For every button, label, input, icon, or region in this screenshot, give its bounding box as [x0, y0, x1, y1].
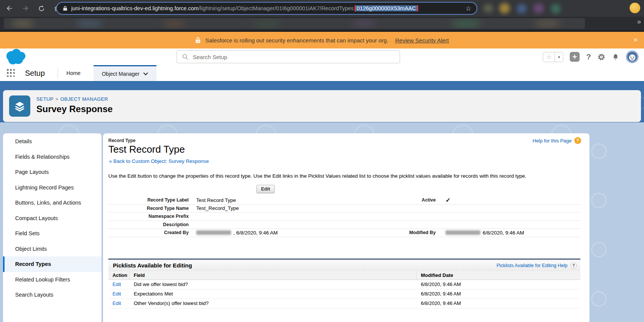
picklists-section: Picklists Available for Editing Picklist…: [108, 258, 580, 308]
help-icon[interactable]: ?: [586, 52, 591, 61]
object-manager-sidebar: Details Fields & Relationships Page Layo…: [3, 133, 102, 322]
tab-home[interactable]: Home: [58, 65, 89, 81]
sidebar-item[interactable]: Field Sets: [3, 226, 102, 241]
help-gray-icon[interactable]: ?: [571, 263, 577, 269]
sidebar-item[interactable]: Record Types: [3, 256, 102, 272]
record-type-title: Test Record Type: [108, 144, 580, 155]
picklists-help-link[interactable]: Picklists Available for Editing Help: [497, 263, 567, 268]
global-header: ☆ ▾ + ?: [0, 48, 644, 65]
edit-button[interactable]: Edit: [256, 185, 275, 193]
banner-close-icon[interactable]: ×: [633, 36, 638, 44]
url-bar[interactable]: juni-integrations-qualtrics-dev-ed.light…: [56, 2, 477, 15]
favorites-dropdown-icon[interactable]: ▾: [555, 52, 563, 62]
sidebar-item[interactable]: Page Layouts: [3, 164, 102, 180]
favorite-star-icon[interactable]: ☆: [543, 52, 555, 62]
picklist-modified-date: 6/8/2020, 9:46 AM: [417, 291, 580, 297]
active-checkmark-icon: ✓: [445, 197, 450, 204]
page-title: Survey Response: [36, 104, 113, 114]
picklist-row: Edit Expectations Met 6/8/2020, 9:46 AM: [108, 289, 580, 299]
picklists-table: Action Field Modified Date Edit Did we o…: [108, 271, 580, 308]
picklist-edit-link[interactable]: Edit: [113, 300, 121, 306]
help-orange-icon[interactable]: ?: [574, 137, 581, 144]
redacted-username: [445, 230, 480, 235]
page-header-card: SETUP>OBJECT MANAGER Survey Response: [3, 90, 641, 122]
picklist-modified-date: 6/8/2020, 9:46 AM: [417, 300, 580, 306]
browser-reload-icon[interactable]: [35, 2, 48, 15]
app-launcher-icon[interactable]: [7, 69, 15, 77]
review-security-alert-link[interactable]: Review Security Alert: [395, 37, 449, 44]
tls-lock-icon: [63, 6, 67, 11]
browser-profile-avatar[interactable]: [630, 3, 640, 13]
app-name: Setup: [25, 69, 45, 78]
sidebar-item[interactable]: Lightning Record Pages: [3, 180, 102, 195]
detail-row: Namespace Prefix: [108, 213, 580, 221]
screen: juni-integrations-qualtrics-dev-ed.light…: [0, 0, 644, 322]
search-input[interactable]: [193, 54, 400, 60]
sidebar-item[interactable]: Buttons, Links, and Actions: [3, 195, 102, 211]
breadcrumb-object-manager-link[interactable]: OBJECT MANAGER: [60, 96, 108, 102]
back-to-object-link[interactable]: « Back to Custom Object: Survey Response: [109, 158, 209, 164]
object-layers-icon: [9, 95, 30, 117]
browser-back-icon[interactable]: [3, 2, 16, 15]
sidebar-item[interactable]: Fields & Relationships: [3, 149, 102, 165]
picklists-table-header: Action Field Modified Date: [108, 271, 580, 280]
sidebar-item[interactable]: Compact Layouts: [3, 211, 102, 226]
detail-row: Record Type Label Test Record Type Activ…: [108, 196, 580, 205]
bookmarks-blurred-strip: [4, 18, 585, 29]
sidebar-item[interactable]: Search Layouts: [3, 287, 102, 303]
salesforce-logo[interactable]: [3, 47, 29, 67]
picklist-field-name: Expectations Met: [130, 291, 417, 297]
browser-forward-icon[interactable]: [19, 2, 32, 15]
chevron-down-icon: [143, 72, 148, 75]
bookmarks-overflow-icon[interactable]: »: [637, 18, 641, 26]
user-avatar[interactable]: [626, 50, 639, 63]
search-setup-box[interactable]: [177, 50, 400, 63]
sidebar-item[interactable]: Details: [3, 134, 102, 149]
tab-object-manager[interactable]: Object Manager: [94, 65, 157, 81]
breadcrumb: SETUP>OBJECT MANAGER: [36, 96, 108, 102]
record-type-detail: Record Type Label Test Record Type Activ…: [108, 196, 580, 237]
picklist-field-name: Other Vendor(s) offer lowest bid?: [130, 300, 417, 306]
picklist-row: Edit Did we offer lowest bid? 6/8/2020, …: [108, 280, 580, 289]
url-text: juni-integrations-qualtrics-dev-ed.light…: [71, 5, 463, 11]
url-highlighted-id: 0126g000000X53mAAC: [355, 5, 418, 11]
search-icon: [182, 54, 188, 60]
picklist-edit-link[interactable]: Edit: [113, 281, 121, 287]
favorites-control[interactable]: ☆ ▾: [543, 52, 563, 62]
setup-nav-bar: Setup Home Object Manager: [0, 65, 644, 82]
sidebar-item[interactable]: Object Limits: [3, 241, 102, 257]
redacted-username: [196, 230, 231, 235]
browser-toolbar: juni-integrations-qualtrics-dev-ed.light…: [0, 0, 644, 17]
picklist-modified-date: 6/8/2020, 9:46 AM: [417, 281, 580, 287]
setup-background: SETUP>OBJECT MANAGER Survey Response Det…: [0, 82, 644, 322]
detail-row: Description: [108, 221, 580, 229]
picklist-edit-link[interactable]: Edit: [113, 291, 121, 297]
bookmarks-bar: »: [0, 17, 644, 30]
notifications-bell-icon[interactable]: [612, 53, 619, 61]
detail-row: Created By , 6/8/2020, 9:46 AM Modified …: [108, 229, 580, 237]
picklist-row: Edit Other Vendor(s) offer lowest bid? 6…: [108, 299, 580, 308]
main-content: Help for this Page ? Record Type Test Re…: [103, 133, 589, 322]
setup-gear-icon[interactable]: [597, 53, 605, 61]
detail-row: Record Type Name Test_Record_Type: [108, 205, 580, 213]
global-actions-icon[interactable]: +: [570, 52, 580, 62]
breadcrumb-setup-link[interactable]: SETUP: [36, 96, 53, 102]
picklist-field-name: Did we offer lowest bid?: [130, 281, 417, 287]
bookmark-star-icon[interactable]: ☆: [466, 5, 471, 13]
record-type-kicker: Record Type: [108, 138, 580, 143]
banner-lock-icon: [195, 37, 201, 44]
security-alert-banner: Salesforce is rolling out security enhan…: [0, 32, 644, 48]
banner-message: Salesforce is rolling out security enhan…: [205, 37, 388, 44]
help-for-this-page-link[interactable]: Help for this Page: [533, 138, 572, 144]
extensions-blurred: [482, 2, 573, 15]
picklists-section-title: Picklists Available for Editing: [113, 262, 497, 269]
sidebar-item[interactable]: Related Lookup Filters: [3, 272, 102, 288]
page-description: Use the Edit button to change the proper…: [108, 173, 580, 179]
